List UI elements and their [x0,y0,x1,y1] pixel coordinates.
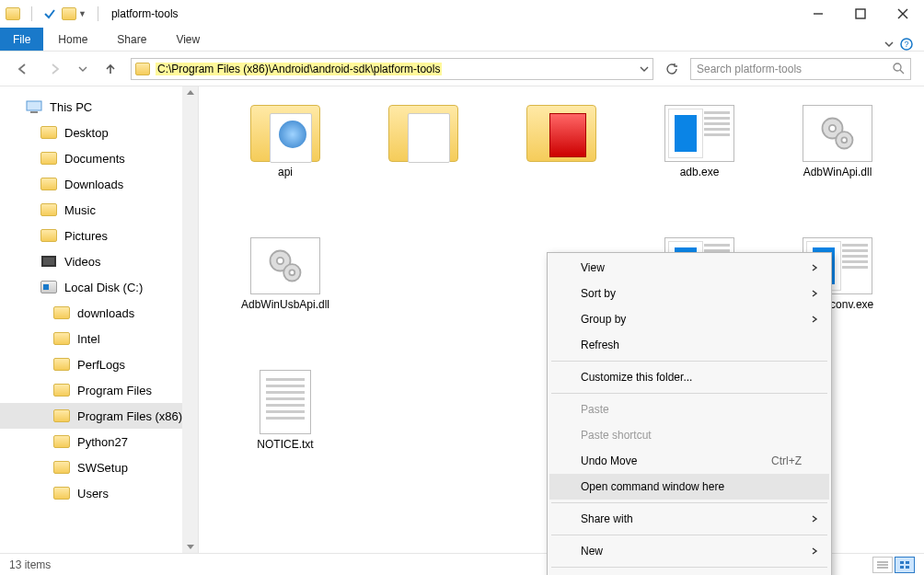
sidebar-item-desktop[interactable]: Desktop [0,120,198,145]
folder-icon [135,63,150,75]
sidebar-item-program-files-x86[interactable]: Program Files (x86) [0,403,198,429]
file-item-api[interactable]: api [221,98,350,226]
chevron-down-icon[interactable] [640,64,649,74]
tab-home[interactable]: Home [43,28,102,51]
sidebar: This PC Desktop Documents Downloads Musi… [0,86,199,553]
search-placeholder: Search platform-tools [697,63,802,75]
content-area: api adb.exe AdbWinApi.dll AdbWinUsbApi.d… [199,86,924,553]
ctx-sort-by[interactable]: Sort by [549,281,829,306]
folder-icon [62,7,76,20]
address-path: C:\Program Files (x86)\Android\android-s… [156,63,442,75]
file-item-notice[interactable]: NOTICE.txt [221,362,350,491]
refresh-button[interactable] [661,58,683,80]
svg-text:?: ? [904,40,908,49]
separator [551,502,827,503]
up-button[interactable] [98,56,123,82]
svg-rect-8 [27,101,41,110]
titlebar: ▼ platform-tools [0,0,924,28]
ctx-new[interactable]: New [549,538,829,564]
tab-view[interactable]: View [161,28,214,51]
sidebar-item-intel[interactable]: Intel [0,326,198,351]
sidebar-item-local-disk[interactable]: Local Disk (C:) [0,274,198,300]
scrollbar[interactable] [182,86,198,553]
file-item-folder[interactable] [359,98,488,226]
navbar: C:\Program Files (x86)\Android\android-s… [0,52,924,86]
address-bar[interactable]: C:\Program Files (x86)\Android\android-s… [131,58,653,80]
file-item-adbwinapi[interactable]: AdbWinApi.dll [773,98,902,226]
ctx-group-by[interactable]: Group by [549,306,829,332]
sidebar-item-downloads[interactable]: Downloads [0,171,198,197]
ctx-customize[interactable]: Customize this folder... [549,364,829,390]
ctx-undo-move[interactable]: Undo MoveCtrl+Z [549,448,829,474]
svg-point-15 [841,137,847,143]
forward-button[interactable] [42,56,68,82]
svg-rect-11 [43,258,54,265]
ctx-view[interactable]: View [549,255,829,281]
svg-line-7 [900,70,904,74]
file-item-adbwinusbapi[interactable]: AdbWinUsbApi.dll [221,230,350,359]
svg-point-19 [289,270,295,275]
sidebar-item-python27[interactable]: Python27 [0,429,198,454]
check-icon[interactable] [43,7,56,20]
chevron-right-icon [811,547,818,555]
svg-rect-26 [906,566,909,569]
ctx-share-with[interactable]: Share with [549,506,829,532]
file-item-folder-pdf[interactable] [497,98,626,226]
sidebar-item-swsetup[interactable]: SWSetup [0,454,198,480]
svg-point-13 [829,125,836,132]
sidebar-item-program-files[interactable]: Program Files [0,377,198,403]
search-icon [893,63,905,75]
svg-point-17 [277,258,283,264]
svg-rect-23 [900,561,904,564]
close-button[interactable] [882,0,924,28]
sidebar-item-documents[interactable]: Documents [0,145,198,171]
separator [551,393,827,394]
separator [551,535,827,535]
back-button[interactable] [9,56,35,82]
ctx-open-command-window[interactable]: Open command window here [549,474,829,500]
svg-rect-9 [30,111,38,113]
svg-rect-24 [906,561,909,564]
maximize-button[interactable] [839,0,882,28]
chevron-right-icon [811,515,818,523]
file-item-hidden[interactable] [359,230,488,359]
folder-icon [6,7,20,20]
chevron-right-icon [811,316,818,323]
help-icon[interactable]: ? [900,38,913,51]
search-input[interactable]: Search platform-tools [690,58,911,80]
sidebar-item-pictures[interactable]: Pictures [0,223,198,248]
ctx-refresh[interactable]: Refresh [549,332,829,358]
sidebar-item-videos[interactable]: Videos [0,248,198,274]
icons-view-button[interactable] [895,557,915,573]
status-item-count: 13 items [9,558,51,571]
sidebar-item-users[interactable]: Users [0,480,198,506]
separator [551,361,827,362]
sidebar-item-perflogs[interactable]: PerfLogs [0,351,198,377]
sidebar-item-downloads-folder[interactable]: downloads [0,300,198,326]
quick-access-toolbar: ▼ [6,6,104,21]
svg-rect-1 [856,9,865,18]
sidebar-item-music[interactable]: Music [0,197,198,223]
ctx-properties[interactable]: Properties [549,570,829,575]
window-title: platform-tools [111,7,179,20]
context-menu: View Sort by Group by Refresh Customize … [547,252,832,575]
chevron-down-icon[interactable] [884,39,895,50]
separator [551,567,827,568]
chevron-right-icon [811,264,818,271]
ctx-paste: Paste [549,397,829,422]
ribbon: File Home Share View ? [0,28,924,52]
ctx-paste-shortcut: Paste shortcut [549,422,829,448]
tab-share[interactable]: Share [102,28,161,51]
minimize-button[interactable] [797,0,839,28]
svg-point-6 [894,63,901,71]
file-tab[interactable]: File [0,28,43,51]
chevron-right-icon [811,290,818,297]
recent-dropdown[interactable] [75,56,90,82]
file-item-adb[interactable]: adb.exe [635,98,764,226]
details-view-button[interactable] [872,557,893,573]
svg-rect-25 [900,566,904,569]
sidebar-item-this-pc[interactable]: This PC [0,94,198,120]
